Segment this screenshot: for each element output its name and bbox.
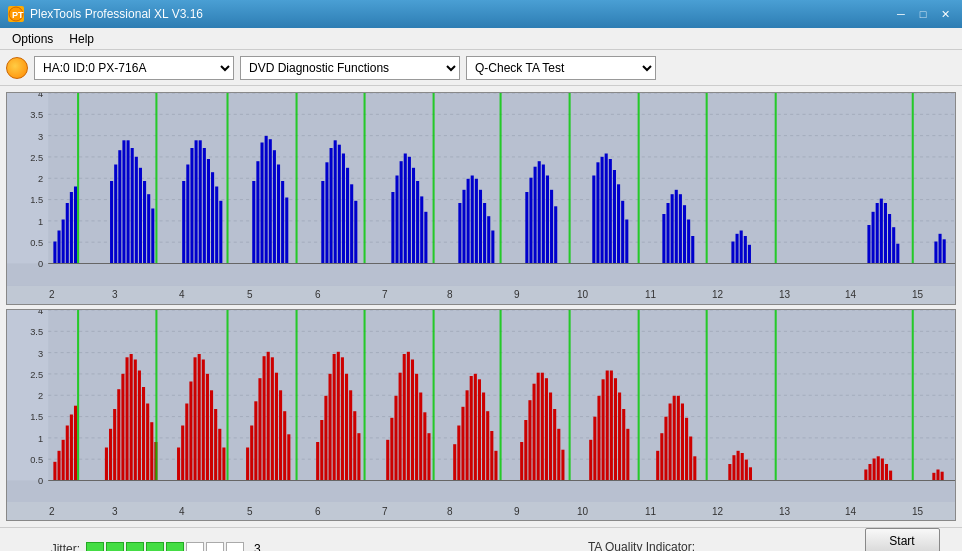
svg-rect-118: [691, 236, 694, 264]
svg-rect-211: [341, 357, 344, 480]
svg-rect-207: [324, 395, 327, 480]
svg-rect-243: [528, 400, 531, 480]
top-chart-container: 4 3.5 3 2.5 2 1.5 1 0.5 0: [6, 92, 956, 305]
svg-rect-39: [151, 209, 154, 264]
svg-rect-173: [134, 359, 137, 480]
svg-rect-129: [880, 199, 883, 264]
svg-rect-172: [130, 354, 133, 481]
svg-rect-111: [662, 214, 665, 264]
test-select[interactable]: Q-Check TA Test: [466, 56, 656, 80]
svg-rect-247: [545, 378, 548, 480]
svg-text:0: 0: [38, 474, 43, 485]
svg-rect-252: [569, 310, 571, 481]
svg-rect-85: [471, 176, 474, 264]
svg-rect-120: [731, 242, 734, 264]
svg-rect-246: [541, 372, 544, 480]
svg-rect-206: [320, 420, 323, 481]
svg-rect-109: [625, 220, 628, 264]
svg-rect-95: [538, 161, 541, 263]
toolbar: HA:0 ID:0 PX-716A DVD Diagnostic Functio…: [0, 50, 962, 86]
svg-rect-212: [345, 373, 348, 480]
svg-rect-167: [109, 428, 112, 480]
start-button[interactable]: Start: [865, 528, 940, 552]
svg-rect-281: [775, 310, 777, 481]
svg-text:2.5: 2.5: [30, 368, 43, 379]
svg-rect-279: [745, 459, 748, 480]
svg-rect-130: [884, 203, 887, 264]
svg-rect-128: [876, 203, 879, 264]
svg-rect-61: [296, 93, 298, 264]
svg-rect-40: [155, 93, 157, 264]
jitter-meter: [86, 542, 244, 552]
svg-rect-64: [330, 148, 333, 264]
svg-rect-209: [333, 354, 336, 481]
svg-rect-262: [626, 428, 629, 480]
svg-rect-115: [679, 194, 682, 263]
svg-rect-228: [433, 310, 435, 481]
svg-rect-175: [142, 387, 145, 481]
device-select[interactable]: HA:0 ID:0 PX-716A: [34, 56, 234, 80]
svg-rect-68: [346, 168, 349, 264]
svg-rect-43: [190, 148, 193, 264]
svg-rect-239: [494, 450, 497, 480]
svg-text:0: 0: [38, 258, 43, 269]
svg-rect-166: [105, 447, 108, 480]
svg-rect-73: [395, 176, 398, 264]
svg-rect-202: [283, 411, 286, 480]
svg-rect-32: [122, 140, 125, 263]
svg-rect-198: [267, 351, 270, 480]
svg-rect-22: [53, 242, 56, 264]
svg-rect-242: [524, 420, 527, 481]
svg-rect-183: [189, 381, 192, 480]
close-button[interactable]: ✕: [936, 5, 954, 23]
svg-rect-99: [554, 206, 557, 263]
svg-rect-161: [62, 439, 65, 480]
svg-rect-112: [666, 203, 669, 264]
svg-rect-93: [529, 178, 532, 264]
svg-rect-184: [194, 357, 197, 480]
svg-rect-245: [537, 372, 540, 480]
svg-rect-160: [57, 450, 60, 480]
svg-rect-284: [873, 458, 876, 480]
jitter-seg-3: [126, 542, 144, 552]
svg-rect-227: [427, 433, 430, 480]
svg-text:3.5: 3.5: [30, 109, 43, 120]
maximize-button[interactable]: □: [914, 5, 932, 23]
minimize-button[interactable]: ─: [892, 5, 910, 23]
svg-rect-274: [706, 310, 708, 481]
svg-text:1.5: 1.5: [30, 194, 43, 205]
menu-help[interactable]: Help: [61, 30, 102, 48]
svg-rect-164: [74, 405, 77, 480]
svg-rect-221: [403, 354, 406, 481]
bottom-chart-area: 4 3.5 3 2.5 2 1.5 1 0.5 0: [7, 310, 955, 503]
title-bar: PT PlexTools Professional XL V3.16 ─ □ ✕: [0, 0, 962, 28]
svg-rect-119: [706, 93, 708, 264]
svg-rect-273: [693, 456, 696, 480]
svg-rect-42: [186, 165, 189, 264]
svg-rect-269: [677, 395, 680, 480]
svg-rect-28: [77, 93, 79, 264]
svg-rect-256: [602, 379, 605, 480]
svg-rect-159: [53, 461, 56, 480]
svg-rect-45: [199, 140, 202, 263]
svg-rect-217: [386, 439, 389, 480]
function-select[interactable]: DVD Diagnostic Functions: [240, 56, 460, 80]
svg-rect-48: [211, 172, 214, 263]
svg-rect-31: [118, 150, 121, 263]
jitter-row: Jitter: 3: [10, 542, 431, 552]
menu-options[interactable]: Options: [4, 30, 61, 48]
svg-rect-35: [135, 157, 138, 264]
svg-rect-248: [549, 392, 552, 480]
svg-rect-272: [689, 436, 692, 480]
svg-rect-280: [749, 467, 752, 480]
svg-rect-41: [182, 181, 185, 264]
svg-text:1: 1: [38, 216, 43, 227]
svg-rect-59: [281, 181, 284, 264]
svg-text:2: 2: [38, 389, 43, 400]
svg-rect-117: [687, 220, 690, 264]
svg-rect-53: [256, 161, 259, 263]
svg-rect-76: [408, 157, 411, 264]
svg-rect-276: [732, 455, 735, 480]
svg-rect-134: [912, 93, 914, 264]
svg-rect-208: [328, 373, 331, 480]
